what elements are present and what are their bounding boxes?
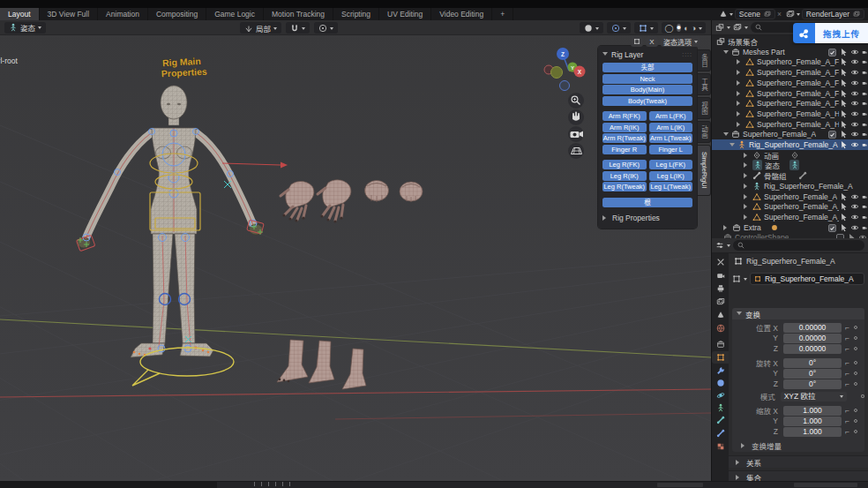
tab-collection[interactable] xyxy=(712,338,729,350)
hide-eye-icon[interactable] xyxy=(850,79,859,87)
hide-eye-icon[interactable] xyxy=(850,109,859,118)
gizmos-dropdown[interactable] xyxy=(580,22,603,34)
unlink-scene-button[interactable]: × xyxy=(777,10,782,19)
render-camera-icon[interactable] xyxy=(862,202,867,211)
hide-eye-icon[interactable] xyxy=(850,68,859,77)
rig-button-arm-r-ik[interactable]: Arm R(IK) xyxy=(602,123,647,132)
expand-open-icon[interactable] xyxy=(730,143,735,149)
animate-dot[interactable] xyxy=(854,419,857,423)
outliner-row-mesh[interactable]: Superhero_Female_A_Fist01 xyxy=(712,56,868,67)
expand-closed-icon[interactable] xyxy=(737,101,743,106)
tab-object[interactable] xyxy=(712,351,729,364)
rig-button-head[interactable]: 头部 xyxy=(602,63,692,72)
render-camera-icon[interactable] xyxy=(862,140,867,149)
outliner-row-mesh[interactable]: Superhero_Female_A_Fist02 xyxy=(712,67,868,78)
sidebar-tab-view[interactable]: 视图 xyxy=(698,97,711,119)
transform-panel-header[interactable]: 变换 xyxy=(732,308,864,319)
tab-output[interactable] xyxy=(712,282,729,295)
workspace-tab-animation[interactable]: Animation xyxy=(98,8,148,20)
rig-button-arm-l-ik[interactable]: Arm L(IK) xyxy=(649,123,693,132)
rig-button-arm-l-tweak[interactable]: Arm L(Tweak) xyxy=(649,133,693,143)
tab-particles[interactable] xyxy=(712,377,729,389)
zoom-button[interactable] xyxy=(568,93,584,109)
sidebar-tab-animation[interactable]: 动画 xyxy=(698,121,711,143)
selectable-icon[interactable] xyxy=(839,192,848,201)
rig-button-leg-r-fk[interactable]: Leg R(FK) xyxy=(602,160,647,169)
collections-panel-header[interactable]: 集合 xyxy=(729,470,868,481)
tab-texture[interactable] xyxy=(712,440,729,453)
delta-transform-panel-header[interactable]: 变换增量 xyxy=(741,440,782,451)
animate-dot[interactable] xyxy=(861,394,864,398)
browse-object-icon[interactable] xyxy=(732,274,741,283)
rig-button-neck[interactable]: Neck xyxy=(602,74,692,84)
lock-icon[interactable]: ⌐ xyxy=(845,344,849,353)
tab-bone-constraint[interactable] xyxy=(712,427,729,439)
rig-button-leg-r-tweak[interactable]: Leg R(Tweak) xyxy=(602,182,647,191)
rig-button-body-main[interactable]: Body(Main) xyxy=(602,85,692,94)
outliner-row-pose[interactable]: 姿态 xyxy=(712,160,868,170)
lock-icon[interactable]: ⌐ xyxy=(845,369,849,378)
xray-toggle[interactable] xyxy=(634,22,658,34)
lock-icon[interactable]: ⌐ xyxy=(845,358,849,367)
rig-button-arm-r-tweak[interactable]: Arm R(Tweak) xyxy=(602,133,647,143)
rig-button-finger-l[interactable]: Finger L xyxy=(649,145,693,154)
tab-physics[interactable] xyxy=(712,389,729,402)
tab-modifiers[interactable] xyxy=(712,364,729,377)
expand-closed-icon[interactable] xyxy=(744,173,750,178)
relations-panel-header[interactable]: 关系 xyxy=(729,455,868,468)
animate-dot[interactable] xyxy=(854,336,857,340)
selectable-icon[interactable] xyxy=(839,89,848,98)
tab-tool[interactable] xyxy=(712,256,729,268)
shading-wireframe-button[interactable]: ◯ xyxy=(665,24,674,33)
render-camera-icon[interactable] xyxy=(862,99,867,108)
rig-button-leg-l-tweak[interactable]: Leg L(Tweak) xyxy=(649,182,693,191)
selectable-icon[interactable] xyxy=(839,48,848,56)
sidebar-tab-tool[interactable]: 工具 xyxy=(698,73,711,95)
scale-y-field[interactable]: 1.000 xyxy=(783,417,842,426)
tab-scene[interactable] xyxy=(712,309,729,321)
outliner-row-child-mesh[interactable]: Superhero_Female_A_Mout xyxy=(712,212,868,222)
scale-z-field[interactable]: 1.000 xyxy=(783,427,842,437)
render-camera-icon[interactable] xyxy=(862,213,867,221)
outliner-row-mesh[interactable]: Superhero_Female_A_Foot03 xyxy=(712,98,868,109)
rig-layer-panel-header[interactable]: Rig Layer :::: xyxy=(602,49,692,60)
workspace-tab-layout[interactable]: Layout xyxy=(0,8,40,20)
sidebar-tab-simplerigui[interactable]: SimpleRigUI xyxy=(698,145,711,196)
lock-icon[interactable]: ⌐ xyxy=(845,379,849,388)
lock-icon[interactable]: ⌐ xyxy=(845,427,849,436)
outliner-row-collection-superhero[interactable]: Superhero_Female_A xyxy=(712,129,868,139)
object-name-field[interactable]: Rig_Superhero_Female_A xyxy=(750,273,864,285)
location-x-field[interactable]: 0.00000 xyxy=(783,323,842,333)
hide-eye-icon[interactable] xyxy=(850,89,859,98)
location-z-field[interactable]: 0.00000 xyxy=(783,344,842,354)
hide-eye-icon[interactable] xyxy=(850,120,859,129)
expand-closed-icon[interactable] xyxy=(744,214,750,220)
selectable-icon[interactable] xyxy=(839,109,848,118)
outliner-editor-type-icon[interactable] xyxy=(715,23,724,32)
workspace-tab-scripting[interactable]: Scripting xyxy=(333,8,379,20)
expand-closed-icon[interactable] xyxy=(737,111,743,116)
hide-eye-icon[interactable] xyxy=(850,140,859,149)
pose-options-dropdown[interactable]: 姿态选项 xyxy=(661,36,700,47)
shading-rendered-button[interactable]: ◑ xyxy=(692,24,696,33)
snapping-dropdown[interactable] xyxy=(286,22,310,34)
render-camera-icon[interactable] xyxy=(862,192,867,201)
selectable-icon[interactable] xyxy=(839,140,848,149)
expand-closed-icon[interactable] xyxy=(737,80,743,86)
expand-closed-icon[interactable] xyxy=(744,184,750,189)
rig-button-body-tweak[interactable]: Body(Tweak) xyxy=(602,96,692,106)
outliner-row-bone-groups[interactable]: 骨骼组 xyxy=(712,170,868,181)
outliner-row-mesh[interactable]: Superhero_Female_A_Foot01 xyxy=(712,78,868,88)
properties-search-input[interactable] xyxy=(733,240,864,251)
rig-button-arm-r-fk[interactable]: Arm R(FK) xyxy=(602,111,647,121)
workspace-tab-motion-tracking[interactable]: Motion Tracking xyxy=(264,8,333,20)
animate-dot[interactable] xyxy=(854,361,857,364)
rig-button-finger-r[interactable]: Finger R xyxy=(602,145,647,154)
new-layer-icon[interactable] xyxy=(853,11,860,18)
rotation-mode-dropdown[interactable]: XYZ 欧拉 xyxy=(781,392,847,402)
panel-drag-dots-icon[interactable]: :::: xyxy=(682,51,692,57)
rig-properties-panel-header[interactable]: Rig Properties xyxy=(602,213,692,224)
scene-selector[interactable]: Scene × xyxy=(719,9,782,19)
timeline-widget[interactable] xyxy=(794,483,857,487)
hide-eye-icon[interactable] xyxy=(850,192,859,201)
